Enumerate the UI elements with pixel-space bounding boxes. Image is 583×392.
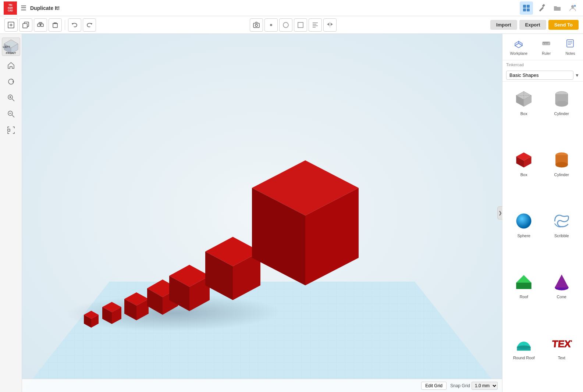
toolbar: Import Export Send To xyxy=(0,16,583,34)
shape-roof[interactable]: Roof xyxy=(505,268,543,328)
sendto-button[interactable]: Send To xyxy=(548,20,579,30)
left-panel: LEFT FRONT xyxy=(0,34,22,392)
shape-label-box-gray: Box xyxy=(520,111,527,116)
shape-preview-box-gray xyxy=(513,88,535,110)
shape-label-cylinder-orange: Cylinder xyxy=(554,172,569,177)
shape-preview-box-red xyxy=(513,149,535,171)
copy-to-btn[interactable] xyxy=(19,18,32,32)
svg-line-36 xyxy=(12,99,14,101)
user-btn[interactable]: + xyxy=(566,1,579,15)
sep1 xyxy=(65,20,65,30)
svg-point-22 xyxy=(283,22,288,28)
group-btn[interactable] xyxy=(34,18,47,32)
svg-rect-15 xyxy=(41,24,43,26)
shape-cylinder-gray[interactable]: Cylinder xyxy=(543,85,580,145)
right-panel: ❯ Workplane xyxy=(502,34,583,392)
svg-point-20 xyxy=(255,24,257,26)
shape-label-sphere: Sphere xyxy=(518,234,530,238)
shape-label-cylinder-gray: Cylinder xyxy=(554,111,569,116)
import-button[interactable]: Import xyxy=(490,20,517,30)
svg-rect-2 xyxy=(523,8,526,11)
svg-marker-100 xyxy=(516,283,532,289)
rotate-view-btn[interactable] xyxy=(4,75,18,88)
cube-7 xyxy=(252,160,359,285)
edit-grid-btn[interactable]: Edit Grid xyxy=(421,382,447,390)
snap-grid-select[interactable]: 1.0 mm 0.5 mm 2.0 mm xyxy=(472,382,498,390)
shapes-grid: Box Cylinder xyxy=(502,82,583,392)
circle-btn[interactable] xyxy=(279,18,292,32)
collapse-panel-handle[interactable]: ❯ xyxy=(497,206,502,220)
toolbar-actions: Import Export Send To xyxy=(490,20,579,30)
grid-view-btn[interactable] xyxy=(520,1,533,15)
shapes-selector: Basic Shapes Featured Letters ▼ xyxy=(502,69,583,82)
shape-preview-round-roof xyxy=(513,332,535,354)
zoom-in-btn[interactable] xyxy=(4,91,18,104)
svg-marker-67 xyxy=(515,41,519,46)
dot-btn[interactable] xyxy=(264,18,278,32)
svg-text:+: + xyxy=(575,5,576,7)
document-title: Duplicate It! xyxy=(30,5,516,11)
shape-box-gray[interactable]: Box xyxy=(505,85,543,145)
shape-label-cone: Cone xyxy=(557,295,566,299)
shape-preview-scribble xyxy=(551,210,573,232)
main-area: LEFT FRONT xyxy=(0,34,583,392)
cube-3 xyxy=(124,292,149,320)
snap-grid-label: Snap Grid xyxy=(450,383,470,388)
camera-btn[interactable] xyxy=(250,18,263,32)
svg-marker-68 xyxy=(519,41,522,46)
align-left-btn[interactable] xyxy=(309,18,322,32)
document-icon[interactable]: ☰ xyxy=(21,4,26,12)
svg-point-104 xyxy=(517,346,531,349)
shapes-dropdown[interactable]: Basic Shapes Featured Letters xyxy=(506,71,573,80)
svg-point-97 xyxy=(516,213,532,228)
shape-scribble[interactable]: Scribble xyxy=(543,207,580,267)
svg-rect-5 xyxy=(542,4,545,7)
shape-cone[interactable]: Cone xyxy=(543,268,580,328)
svg-rect-1 xyxy=(527,5,530,8)
workplane-label: Workplane xyxy=(510,51,528,56)
svg-rect-42 xyxy=(8,129,10,131)
shape-preview-text: TEXT xyxy=(551,332,573,354)
svg-marker-30 xyxy=(331,23,333,26)
shape-preview-sphere xyxy=(513,210,535,232)
svg-line-40 xyxy=(12,115,14,117)
redo-btn[interactable] xyxy=(83,18,96,32)
cube-2 xyxy=(102,302,121,324)
view-cube[interactable]: LEFT FRONT xyxy=(2,38,20,56)
delete-btn[interactable] xyxy=(49,18,62,32)
canvas-background: Edit Grid Snap Grid 1.0 mm 0.5 mm 2.0 mm xyxy=(22,34,502,392)
shape-round-roof[interactable]: Round Roof xyxy=(505,329,543,389)
toolbar-center xyxy=(97,18,489,32)
folder-btn[interactable] xyxy=(551,1,564,15)
undo-btn[interactable] xyxy=(68,18,81,32)
svg-marker-99 xyxy=(516,275,532,283)
shape-label-text: Text xyxy=(558,356,565,360)
zoom-out-btn[interactable] xyxy=(4,107,18,121)
shape-sphere[interactable]: Sphere xyxy=(505,207,543,267)
canvas-area[interactable]: Edit Grid Snap Grid 1.0 mm 0.5 mm 2.0 mm xyxy=(22,34,502,392)
mirror-btn[interactable] xyxy=(323,18,337,32)
export-button[interactable]: Export xyxy=(519,20,546,30)
workplane-btn[interactable]: Workplane xyxy=(507,37,531,57)
new-design-btn[interactable] xyxy=(4,18,18,32)
shape-label-scribble: Scribble xyxy=(554,234,569,238)
shape-cylinder-orange[interactable]: Cylinder xyxy=(543,146,580,206)
shape-text[interactable]: TEXT Text xyxy=(543,329,580,389)
workplane-icon xyxy=(513,38,524,51)
shape-label-box-red: Box xyxy=(520,172,527,177)
ruler-btn[interactable]: Ruler xyxy=(538,37,554,57)
right-top-icons: Workplane Ruler xyxy=(502,34,583,60)
cube-1 xyxy=(84,311,99,328)
hammer-btn[interactable] xyxy=(535,1,548,15)
svg-rect-13 xyxy=(23,24,27,28)
app-logo: TIN KER CAD xyxy=(4,1,17,15)
view-left-label: LEFT xyxy=(3,45,10,49)
home-btn[interactable] xyxy=(4,59,18,72)
fit-view-btn[interactable] xyxy=(4,124,18,137)
shape-box-red[interactable]: Box xyxy=(505,146,543,206)
square-btn[interactable] xyxy=(294,18,307,32)
notes-icon xyxy=(565,38,575,51)
notes-btn[interactable]: Notes xyxy=(562,37,578,57)
svg-rect-0 xyxy=(523,5,526,8)
svg-point-96 xyxy=(555,162,568,168)
